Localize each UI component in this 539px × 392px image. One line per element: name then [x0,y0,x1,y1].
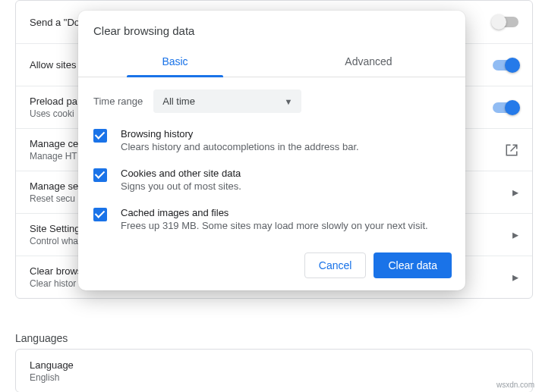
tab-advanced[interactable]: Advanced [272,48,465,77]
option-browsing-history[interactable]: Browsing history Clears history and auto… [78,121,465,160]
clear-browsing-data-dialog: Clear browsing data Basic Advanced Time … [78,11,465,290]
checkbox-cookies[interactable] [93,168,107,182]
checkbox-cached[interactable] [93,208,107,221]
dialog-title: Clear browsing data [78,11,465,48]
dialog-tabs: Basic Advanced [78,48,465,77]
option-cached[interactable]: Cached images and files Frees up 319 MB.… [78,199,465,239]
cancel-button[interactable]: Cancel [304,252,367,278]
dropdown-caret-icon: ▼ [284,97,292,106]
tab-basic[interactable]: Basic [78,48,272,77]
time-range-label: Time range [93,96,143,107]
option-sub: Signs you out of most sites. [121,180,241,192]
watermark: wsxdn.com [496,381,534,389]
option-cookies[interactable]: Cookies and other site data Signs you ou… [78,160,465,199]
time-range-row: Time range All time ▼ [78,77,465,121]
option-sub: Frees up 319 MB. Some sites may load mor… [121,220,428,231]
option-title: Cookies and other site data [121,168,241,179]
option-title: Cached images and files [121,207,428,218]
option-title: Browsing history [121,128,359,140]
option-sub: Clears history and autocompletions in th… [121,141,359,152]
dialog-actions: Cancel Clear data [78,239,465,280]
time-range-value: All time [162,96,195,107]
checkbox-browsing-history[interactable] [93,129,107,143]
time-range-select[interactable]: All time ▼ [153,89,301,113]
clear-data-button[interactable]: Clear data [374,252,452,278]
